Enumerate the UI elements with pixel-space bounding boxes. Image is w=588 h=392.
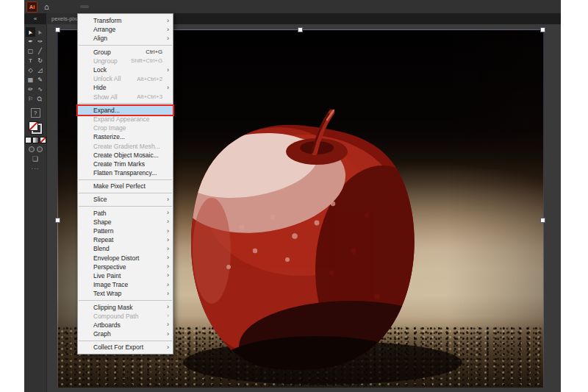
fill-indicator-mixed[interactable]: ? [31,108,40,118]
draw-behind-icon[interactable] [37,146,43,152]
submenu-arrow-icon: › [165,282,169,288]
collapse-dock-icon[interactable]: « [24,15,46,22]
menu-item[interactable]: Ungroup Shift+Ctrl+G [78,57,173,65]
menu-item[interactable]: Group Ctrl+G [78,48,173,57]
menubar-item[interactable] [62,5,71,8]
submenu-arrow-icon: › [165,246,169,252]
menu-item[interactable]: Lock › [78,65,173,74]
menu-item-label: Artboards [93,321,162,329]
rectangle-tool[interactable]: ▢ [26,46,35,56]
shaper-tool[interactable]: ∿ [35,85,45,94]
menu-item[interactable] [79,341,172,341]
menu-item[interactable] [79,206,172,207]
submenu-arrow-icon: › [165,344,169,351]
menu-item-shortcut: Ctrl+G [146,49,162,55]
menu-item[interactable]: Expand Appearance [78,115,173,124]
menu-item-label: Image Trace [93,281,162,288]
draw-normal-icon[interactable] [29,146,35,152]
curvature-tool[interactable]: ✑ [35,37,45,46]
menu-item[interactable]: Flatten Transparency... [78,168,173,177]
menu-item[interactable]: Crop Image [78,124,173,132]
menubar-item[interactable] [98,5,107,8]
menu-item[interactable] [79,193,172,193]
menu-item[interactable]: Shape › [78,218,173,227]
menu-item[interactable]: Blend › [78,244,173,253]
menu-item[interactable]: Artboards › [78,321,173,329]
mesh-tool[interactable]: ▦ [26,75,35,85]
menu-item[interactable]: Align › [78,34,173,43]
selection-handle[interactable] [298,27,303,32]
menu-item-label: Align [93,35,162,42]
artboard-tool[interactable]: ⚐ [26,94,35,104]
selection-handle[interactable] [540,27,545,32]
menu-item[interactable]: Clipping Mask › [78,302,173,311]
menubar-item[interactable] [124,5,133,8]
none-swatch-icon[interactable] [29,121,38,131]
fill-stroke-swatches[interactable] [29,121,42,134]
rotate-tool[interactable]: ↻ [35,56,45,65]
menu-item[interactable]: Path › [78,209,173,218]
pen-tool[interactable]: ✒ [26,37,35,46]
menu-item[interactable]: Transform › [78,16,173,25]
menubar-item[interactable] [107,5,115,8]
menu-item-label: Graph [93,330,162,338]
menu-item[interactable]: Hide › [78,83,173,92]
menu-item[interactable] [79,45,172,46]
menu-item[interactable]: Collect For Export › [78,343,173,352]
menubar-item[interactable] [89,5,98,8]
menu-item[interactable]: Make Pixel Perfect [78,182,173,190]
none-button[interactable] [40,137,46,143]
menu-item[interactable]: Create Gradient Mesh... [78,141,173,150]
menu-item[interactable] [79,179,172,180]
menu-item-label: Perspective [93,263,162,271]
edit-toolbar-ellipsis[interactable]: ··· [32,165,40,172]
menu-item[interactable] [79,300,172,301]
change-screen-mode-icon[interactable]: ❏ [32,155,38,163]
direct-selection-tool[interactable]: ➤ [35,27,45,37]
menubar-item[interactable] [71,5,80,8]
menu-item[interactable]: Slice › [78,195,173,204]
pencil-tool[interactable]: ✎ [35,75,45,85]
menu-item[interactable]: Envelope Distort › [78,254,173,263]
menubar-item[interactable] [80,5,89,8]
selection-handle[interactable] [540,218,545,223]
menu-item[interactable]: Create Trim Marks [78,160,173,168]
menu-item[interactable]: Graph › [78,329,173,338]
submenu-arrow-icon: › [165,18,169,24]
selection-handle[interactable] [55,27,60,32]
menu-item[interactable]: Compound Path › [78,312,173,321]
line-segment-tool[interactable]: ╱ [35,46,45,56]
shape-builder-tool[interactable]: ◇ [26,65,35,75]
object-menu-dropdown: Transform › Arrange › Align › Group [77,13,173,354]
selection-handle[interactable] [55,218,60,223]
scale-tool[interactable]: ◿ [35,65,45,75]
color-button[interactable] [25,137,32,143]
home-icon[interactable]: ⌂ [44,2,49,11]
menu-item[interactable]: Create Object Mosaic... [78,151,173,160]
zoom-tool[interactable]: Ϙ [35,94,45,104]
menu-item[interactable]: Pattern › [78,227,173,235]
menubar-item[interactable] [115,5,124,8]
menu-bar-items [62,0,142,13]
submenu-arrow-icon: › [165,313,169,319]
submenu-arrow-icon: › [165,196,169,203]
menu-item[interactable]: Repeat › [78,235,173,244]
menu-item[interactable]: Rasterize... [78,132,173,141]
menu-item-label: Envelope Distort [93,254,162,262]
menubar-item[interactable] [133,5,142,8]
menu-item[interactable]: Text Wrap › [78,289,173,298]
menu-item-label: Expand... [93,107,162,114]
menu-item[interactable] [79,103,172,104]
menu-item[interactable]: Arrange › [78,25,173,34]
gradient-button[interactable] [32,137,39,143]
selection-tool[interactable]: ➤ [26,27,35,37]
menu-item[interactable]: Show All Alt+Ctrl+3 [78,93,173,101]
menu-item[interactable]: Expand... [78,106,173,115]
menu-item[interactable]: Perspective › [78,263,173,271]
menu-item[interactable]: Unlock All Alt+Ctrl+2 [78,74,173,83]
menu-item-label: Group [93,49,146,56]
paintbrush-tool[interactable]: ✏ [26,85,35,94]
menu-item[interactable]: Image Trace › [78,280,173,289]
menu-item[interactable]: Live Paint › [78,271,173,280]
type-tool[interactable]: T [26,56,35,65]
